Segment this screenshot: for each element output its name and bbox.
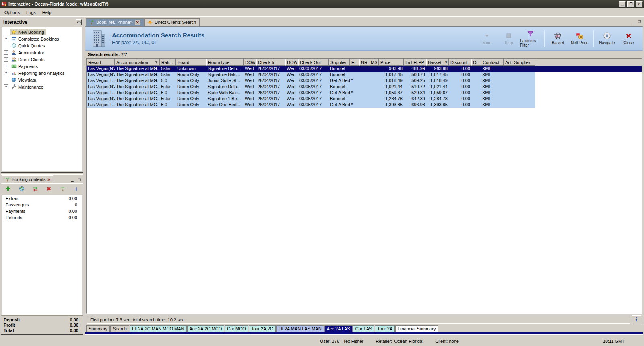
sidebar-item-quick-quotes[interactable]: Quick Quotes [2,42,82,49]
facilities-filter-button[interactable]: Facilities Filter [520,29,541,49]
booking-contents-close-icon[interactable]: ✕ [47,177,50,182]
column-header-dow[interactable]: DOW [244,59,256,66]
navigate-button[interactable]: Navigate [596,31,618,46]
menu-options[interactable]: Options [1,9,23,16]
column-header-board[interactable]: Board [176,59,206,66]
window-restore-button[interactable]: ❐ [627,1,634,7]
expander-icon[interactable]: + [4,57,8,62]
nett-price-button[interactable]: Nett Price [569,31,590,46]
column-header-basket[interactable]: Basket▾ [426,59,449,66]
table-cell: 508.73 [404,72,426,78]
column-header-rati[interactable]: Rati... [160,59,176,66]
table-cell: 0.00 [449,84,471,90]
table-row[interactable]: Las Vegas(NV)The Signature at MG...5star… [87,66,642,72]
banner-toolbar: MoreStopFacilities FilterBasketNett Pric… [476,29,640,49]
booking-contents-tab[interactable]: Booking contents ✕ [2,175,53,183]
bottom-tab-tour-2a[interactable]: Tour 2A [375,325,395,332]
menu-help[interactable]: Help [39,9,55,16]
bottom-tab-car-mco[interactable]: Car MCO [225,325,248,332]
sidebar-item-maintenance[interactable]: +Maintenance [2,83,82,90]
basket-button[interactable]: Basket [547,31,569,46]
column-header-nr[interactable]: NR [359,59,369,66]
expander-icon[interactable]: + [4,71,8,75]
refresh-button[interactable] [31,185,39,193]
column-header-contract[interactable]: Contract [481,59,504,66]
table-row[interactable]: Las Vegas T...The Signature at MG...5.0R… [87,90,535,96]
mdi-restore-button[interactable]: ❐ [636,19,642,24]
table-cell: 5.0 [160,102,176,108]
column-header-room-type[interactable]: Room type [206,59,244,66]
booking-contents-header: Booking contents ✕ ▁ ❐ [1,175,83,183]
status-client: Client: none [435,339,459,344]
filter-funnel-icon[interactable] [155,60,158,64]
panel-collapse-button[interactable]: ▭ [76,19,82,25]
table-row[interactable]: Las Vegas(NV)The Signature at MG...5star… [87,84,535,90]
tab-close-icon[interactable]: ✕ [135,20,140,25]
sidebar-item-payments[interactable]: +Payments [2,63,82,70]
info-button[interactable]: i [632,315,641,324]
sidebar-item-viewdata[interactable]: Viewdata [2,76,82,83]
expander-icon[interactable]: + [4,64,8,68]
column-header-incl-fl-pp[interactable]: Incl.Fl.PP [404,59,426,66]
booking-total-row: Profit0.00 [1,322,83,327]
mdi-minimize-button[interactable]: ▁ [630,19,636,24]
bottom-tab-car-las[interactable]: Car LAS [353,325,375,332]
table-cell: Junior Suite St... [206,78,244,84]
booking-restore-button[interactable]: ❐ [76,177,82,183]
more-button[interactable]: More [476,31,498,46]
bottom-tab-search[interactable]: Search [110,325,129,332]
sidebar-item-direct-clients[interactable]: +Direct Clients [2,56,82,63]
bottom-tab-acc-2a-2c-mco[interactable]: Acc 2A,2C MCO [187,325,225,332]
window-minimize-button[interactable]: ▁ [619,1,626,7]
title-bar: Interactive - Ocean-Florida (code: wMsop… [0,0,644,8]
info-button[interactable] [72,185,80,193]
column-header-of[interactable]: Of [471,59,481,66]
table-row[interactable]: Las Vegas(NV)The Signature at MG...5star… [87,96,535,102]
world-button[interactable] [18,185,26,193]
column-header-er[interactable]: Er [350,59,359,66]
tab-book-ref-none[interactable]: Book. ref.: <none>✕ [86,18,144,26]
table-cell: The Signature at MG... [115,66,160,72]
window-close-button[interactable]: ✕ [636,1,643,7]
toolbar-button-label: Facilities Filter [520,39,541,47]
expander-icon[interactable]: + [4,84,8,89]
bottom-tab-flt-2a-2c-man-mco-man[interactable]: Flt 2A,2C MAN MCO MAN [130,325,187,332]
bottom-tab-summary[interactable]: Summary [86,325,110,332]
expander-icon[interactable]: + [4,50,8,55]
palm-button[interactable] [59,185,67,193]
table-row[interactable]: Las Vegas T...The Signature at MG...5.0R… [87,78,535,84]
column-header-accommodation[interactable]: Accommodation [115,59,160,66]
sidebar-item-reporting-and-analytics[interactable]: +Reporting and Analytics [2,70,82,76]
column-header-check-out[interactable]: Check Out [298,59,329,66]
close-button[interactable]: Close [618,31,640,46]
column-header-label: MS [371,60,377,65]
bottom-tab-financial-summary[interactable]: Financial Summary [395,325,438,332]
delete-button[interactable] [45,185,53,193]
column-header-ms[interactable]: MS [369,59,379,66]
expander-icon[interactable]: + [4,37,8,41]
column-header-resort[interactable]: Resort [87,59,115,66]
column-header-label: Board [178,60,189,65]
sidebar-item-new-booking[interactable]: New Booking [2,29,82,35]
plus-button[interactable] [4,185,12,193]
sidebar-item-completed-bookings[interactable]: +Completed Bookings [2,35,82,42]
bottom-tab-acc-2a-las[interactable]: Acc 2A LAS [324,325,353,332]
column-header-price[interactable]: Price [379,59,404,66]
menu-logs[interactable]: Logs [23,9,39,16]
table-cell: 1,017.45 [426,72,449,78]
sort-indicator-icon: ▾ [445,60,447,65]
column-header-dow[interactable]: DOW [285,59,298,66]
column-header-act-supplier[interactable]: Act. Supplier [504,59,535,66]
mdi-controls: ▁ ❐ [630,19,642,24]
bottom-tab-flt-2a-man-las-man[interactable]: Flt 2A MAN LAS MAN [276,325,324,332]
table-row[interactable]: Las Vegas T...The Signature at MG...5.0R… [87,102,535,108]
booking-minimize-button[interactable]: ▁ [69,177,75,183]
bottom-tab-tour-2a-2c[interactable]: Tour 2A,2C [249,325,276,332]
table-row[interactable]: Las Vegas(NV)The Signature at MG...5star… [87,72,535,78]
sidebar-item-administrator[interactable]: +Administrator [2,49,82,56]
column-header-check-in[interactable]: Check In [256,59,285,66]
column-header-discount[interactable]: Discount [449,59,471,66]
tab-direct-clients-search[interactable]: Direct Clients Search [144,18,200,26]
stop-button[interactable]: Stop [498,31,520,46]
column-header-supplier[interactable]: Supplier [329,59,350,66]
